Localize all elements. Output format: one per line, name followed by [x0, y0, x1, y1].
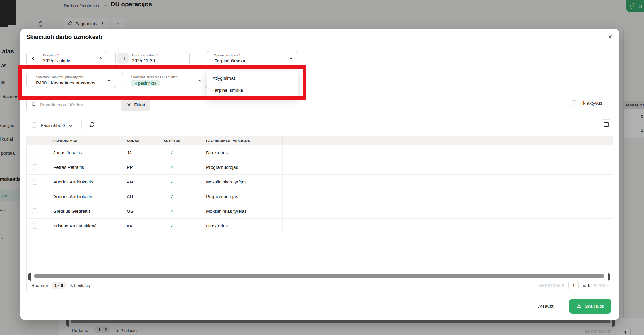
- empty-cell: [283, 219, 613, 233]
- operation-date-field[interactable]: Operacijos data* 2025-11-30: [115, 51, 190, 66]
- required-asterisk: *: [157, 53, 158, 57]
- only-active-label: Tik aktyvūs: [580, 101, 602, 106]
- employee-name-cell: Kristina Kazlauskienė: [47, 219, 120, 233]
- employee-position-cell: Direktorius: [197, 145, 283, 160]
- only-active-checkbox[interactable]: [571, 100, 576, 106]
- chevron-up-icon[interactable]: [289, 56, 293, 62]
- table-header: KODAS: [120, 136, 147, 145]
- next-page-button[interactable]: KITAS ›: [594, 283, 608, 288]
- table-row: Petras Petraitis PP ✓ Programuotojas: [27, 160, 613, 175]
- calculate-button-label: Skaičiuoti: [585, 304, 604, 309]
- operation-date-value: 2025-11-30: [132, 58, 155, 63]
- divider: [20, 116, 619, 116]
- row-checkbox[interactable]: [32, 194, 37, 199]
- table-pagination: Rodoma 1 - 6 iš 6 eilučių ‹ ANKSTESNIS 1…: [27, 279, 613, 292]
- operation-type-field[interactable]: Operacijos tipas* Tarpinė išmoka: [207, 51, 298, 66]
- active-check-icon: ✓: [170, 193, 174, 200]
- table-header-checkbox-col: [27, 136, 47, 145]
- chevron-down-icon[interactable]: [107, 79, 111, 84]
- scroll-left-icon[interactable]: [28, 274, 31, 280]
- empty-cell: [283, 189, 613, 204]
- employee-position-cell: Direktorius: [197, 219, 283, 233]
- required-asterisk: *: [57, 53, 58, 57]
- total-pages: 1: [587, 283, 590, 288]
- only-active-toggle: Tik aktyvūs: [571, 100, 602, 106]
- table-body: Jonas Jonaitis JJ ✓ Direktorius Petras P…: [27, 145, 613, 233]
- period-next-icon[interactable]: [98, 56, 103, 62]
- scroll-right-icon[interactable]: [608, 274, 610, 280]
- selected-count-label: Pasirinkta: 0: [41, 123, 65, 128]
- dropdown-option[interactable]: Atlyginimas: [207, 72, 298, 84]
- operation-type-value: Tarpinė išmoka: [215, 58, 245, 63]
- table-row: Giedrius Giedraitis GG ✓ Mokslininkas ty…: [27, 204, 613, 219]
- period-prev-icon[interactable]: [31, 56, 35, 62]
- employee-code-cell: AN: [120, 175, 147, 189]
- modal-footer: Atšaukti Skaičiuoti: [537, 299, 611, 314]
- employee-position-cell: Programuotojas: [197, 160, 283, 174]
- employee-name-cell: Jonas Jonaitis: [47, 145, 120, 160]
- employee-code-cell: JJ: [120, 145, 147, 160]
- empty-cell: [283, 204, 613, 218]
- current-page-box[interactable]: 1: [568, 280, 579, 290]
- specific-accrual-field[interactable]: Skaičiuoti konkretų priskaitytmą P400 - …: [26, 73, 116, 88]
- modal-title: Skaičiuoti darbo užmokestį: [26, 34, 102, 40]
- row-checkbox[interactable]: [32, 179, 37, 185]
- empty-cell: [283, 145, 613, 160]
- search-input[interactable]: [40, 102, 105, 108]
- period-field[interactable]: Periodas* 2025 Lapkritis: [26, 51, 107, 66]
- screen: Darbo užmokestis › DU operacijos Pagrind…: [0, 0, 644, 335]
- table-header: AKTYVUS: [147, 136, 197, 145]
- operation-type-dropdown: Atlyginimas Tarpinė išmoka: [207, 71, 298, 98]
- active-check-icon: ✓: [170, 149, 174, 156]
- row-checkbox[interactable]: [32, 164, 37, 170]
- column-settings-button[interactable]: [601, 119, 612, 130]
- select-all-checkbox[interactable]: [32, 122, 37, 128]
- employee-position-cell: Mokslininkas tyrėjas: [197, 175, 283, 189]
- table-row: Andrius Andriukaitis AN ✓ Mokslininkas t…: [27, 175, 613, 189]
- row-checkbox[interactable]: [32, 150, 37, 155]
- employee-position-cell: Mokslininkas tyrėjas: [197, 204, 283, 218]
- active-check-icon: ✓: [170, 223, 174, 229]
- cancel-button[interactable]: Atšaukti: [537, 303, 556, 309]
- active-check-icon: ✓: [170, 179, 174, 185]
- employee-name-cell: Audrius Audriukaitis: [47, 189, 120, 204]
- employee-name-cell: Andrius Andriukaitis: [47, 175, 120, 189]
- specific-accrual-label: Skaičiuoti konkretų priskaitytmą: [36, 75, 83, 79]
- related-lines-label: Skaičiuoti susijusias DU eilutes: [131, 75, 178, 79]
- table-row: Kristina Kazlauskienė KK ✓ Direktorius: [27, 219, 613, 233]
- employee-name-cell: Giedrius Giedraitis: [47, 204, 120, 218]
- selection-chevron-down-icon[interactable]: [68, 124, 73, 129]
- calculate-salary-modal: Skaičiuoti darbo užmokestį ✕ Periodas* 2…: [20, 29, 619, 320]
- filters-button[interactable]: Filtrai: [121, 98, 150, 111]
- table-horizontal-scroll: [27, 273, 613, 279]
- range-badge: 1 - 6: [52, 282, 66, 289]
- horizontal-scrollbar-thumb[interactable]: [34, 274, 604, 278]
- table-header: PAGRINDINĖS PAREIGOS: [197, 136, 283, 145]
- filters-button-label: Filtrai: [134, 102, 145, 107]
- table-empty-space: [27, 233, 613, 273]
- calculate-button[interactable]: Skaičiuoti: [569, 299, 611, 314]
- related-lines-field[interactable]: Skaičiuoti susijusias DU eilutes 4 pasir…: [121, 73, 207, 88]
- download-icon: [576, 303, 582, 310]
- divider: [81, 120, 82, 129]
- close-icon[interactable]: ✕: [608, 33, 612, 40]
- calendar-icon[interactable]: [117, 53, 129, 64]
- table-header-empty: [283, 136, 613, 145]
- employee-code-cell: PP: [120, 160, 147, 174]
- dropdown-option[interactable]: Tarpinė išmoka: [207, 84, 298, 96]
- of-label: iš: [583, 283, 586, 288]
- active-check-icon: ✓: [170, 164, 174, 170]
- empty-cell: [283, 175, 613, 189]
- selected-count-badge: 4 pasirinkta: [131, 80, 160, 86]
- refresh-icon[interactable]: [89, 121, 95, 129]
- employee-name-cell: Petras Petraitis: [47, 160, 120, 174]
- operation-type-label: Operacijos tipas: [214, 53, 238, 57]
- table-row: Audrius Audriukaitis AU ✓ Programuotojas: [27, 189, 613, 204]
- chevron-down-icon[interactable]: [198, 79, 202, 84]
- previous-page-button[interactable]: ‹ ANKSTESNIS: [537, 283, 564, 288]
- active-check-icon: ✓: [170, 208, 174, 214]
- row-checkbox[interactable]: [32, 208, 37, 214]
- total-rows-label: iš 6 eilučių: [70, 283, 90, 288]
- row-checkbox[interactable]: [32, 223, 37, 229]
- funnel-icon: [126, 102, 131, 108]
